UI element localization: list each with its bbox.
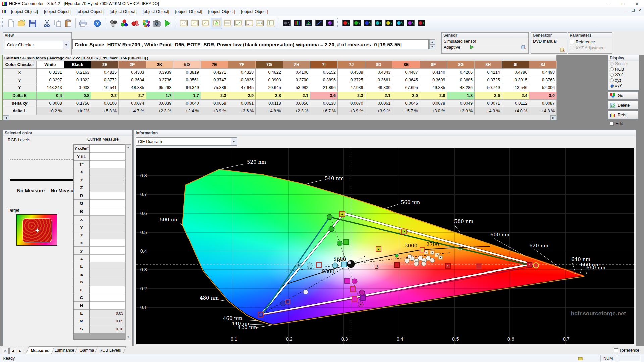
measure-row-value[interactable] bbox=[90, 145, 125, 153]
delta-l-cell[interactable]: +5.3 % bbox=[91, 107, 119, 115]
toolbar-grip[interactable] bbox=[105, 18, 107, 28]
luminance-value-cell[interactable]: 0.033 bbox=[64, 84, 91, 92]
chevron-down-icon[interactable]: ▼ bbox=[231, 138, 237, 145]
delta-xy-cell[interactable]: 0.0049 bbox=[447, 100, 475, 107]
color-column-header[interactable]: 8E bbox=[392, 61, 420, 69]
radio-xyy[interactable] bbox=[610, 84, 614, 88]
luminance-value-cell[interactable]: 13.546 bbox=[502, 84, 529, 92]
measure-row-value[interactable] bbox=[90, 176, 125, 184]
y-value-cell[interactable]: 0.3747 bbox=[201, 76, 228, 84]
y-value-cell[interactable]: 0.3736 bbox=[146, 76, 173, 84]
color-column-header[interactable]: 8I bbox=[502, 61, 529, 69]
x-value-cell[interactable]: 0.3819 bbox=[173, 69, 201, 76]
table-horizontal-scrollbar[interactable]: ◀ ▶ bbox=[3, 115, 557, 120]
measure-row-value[interactable] bbox=[90, 184, 125, 192]
x-value-cell[interactable]: 0.3131 bbox=[37, 69, 64, 76]
measure-row-value[interactable] bbox=[90, 239, 125, 247]
view-luminance-button[interactable] bbox=[244, 18, 254, 29]
cut-button[interactable] bbox=[42, 18, 52, 29]
current-measure-scrollbar[interactable]: ▲ ▼ bbox=[125, 144, 131, 340]
measure-row-value[interactable] bbox=[90, 200, 125, 207]
delta-l-cell[interactable]: +0.2 % bbox=[37, 107, 64, 115]
y-value-cell[interactable]: 0.3645 bbox=[392, 76, 420, 84]
color-column-header[interactable]: 2E bbox=[91, 61, 119, 69]
y-value-cell[interactable]: 0.3763 bbox=[529, 76, 557, 84]
color-column-header[interactable]: White bbox=[37, 61, 64, 69]
measure-cyan2-button[interactable] bbox=[394, 18, 405, 29]
y-value-cell[interactable]: 0.1822 bbox=[64, 76, 91, 84]
menu-item[interactable]: [object Object] bbox=[107, 8, 140, 15]
measure-row-value[interactable] bbox=[90, 192, 125, 200]
y-value-cell[interactable]: 0.3561 bbox=[173, 76, 201, 84]
x-value-cell[interactable]: 0.4303 bbox=[118, 69, 146, 76]
scope-blue-button[interactable] bbox=[314, 18, 324, 29]
delta-xy-cell[interactable]: 0.0058 bbox=[201, 100, 228, 107]
delta-xy-cell[interactable]: 0.0118 bbox=[256, 100, 283, 107]
colorchecker-measure-button[interactable] bbox=[141, 18, 151, 29]
luminance-value-cell[interactable]: 143.243 bbox=[37, 84, 64, 92]
color-column-header[interactable]: 5D bbox=[173, 61, 201, 69]
primaries-measure-button[interactable] bbox=[119, 18, 130, 29]
y-value-cell[interactable]: 0.3835 bbox=[228, 76, 256, 84]
delta-e-cell[interactable]: 1.7 bbox=[173, 92, 201, 100]
tab-measures[interactable]: Measures bbox=[25, 346, 55, 354]
luminance-value-cell[interactable]: 20.645 bbox=[256, 84, 283, 92]
open-button[interactable] bbox=[16, 18, 27, 29]
measure-row-value[interactable] bbox=[90, 216, 125, 223]
measure-cyan-button[interactable] bbox=[373, 18, 384, 29]
measure-blue-button[interactable] bbox=[362, 18, 373, 29]
scope-rgb-button[interactable] bbox=[292, 18, 303, 29]
spinner-up-icon[interactable]: ▲ bbox=[429, 39, 435, 44]
measure-row-value[interactable]: 0.05 bbox=[90, 317, 125, 325]
measure-row-value[interactable] bbox=[90, 294, 125, 302]
scope-spectrum-button[interactable] bbox=[324, 18, 335, 29]
color-column-header[interactable]: 8D bbox=[365, 61, 392, 69]
radio-rgb[interactable] bbox=[610, 67, 614, 71]
x-value-cell[interactable]: 0.5152 bbox=[310, 69, 338, 76]
view-nearwhite-button[interactable] bbox=[200, 18, 211, 29]
x-value-cell[interactable]: 0.3939 bbox=[146, 69, 173, 76]
delta-e-cell[interactable]: 2.2 bbox=[91, 92, 119, 100]
luminance-value-cell[interactable]: 47.939 bbox=[337, 84, 365, 92]
y-value-cell[interactable]: 0.3684 bbox=[118, 76, 146, 84]
delta-e-cell[interactable]: 2.3 bbox=[337, 92, 365, 100]
measure-row-value[interactable] bbox=[90, 278, 125, 286]
luminance-value-cell[interactable]: 52.006 bbox=[529, 84, 557, 92]
delta-l-cell[interactable]: +2.4 % bbox=[173, 107, 201, 115]
measure-row-value[interactable] bbox=[90, 153, 125, 160]
measure-row-value[interactable] bbox=[90, 255, 125, 262]
x-value-cell[interactable]: 0.2163 bbox=[64, 69, 91, 76]
scroll-left-icon[interactable]: ◀ bbox=[3, 115, 9, 120]
x-value-cell[interactable]: 0.4140 bbox=[420, 69, 447, 76]
delta-xy-cell[interactable]: 0.0091 bbox=[228, 100, 256, 107]
y-value-cell[interactable]: 0.3685 bbox=[447, 76, 475, 84]
delta-xy-cell[interactable]: 0.0046 bbox=[392, 100, 420, 107]
luminance-value-cell[interactable]: 21.896 bbox=[310, 84, 338, 92]
measure-row-value[interactable] bbox=[90, 231, 125, 239]
view-measures-sheet-button[interactable] bbox=[265, 18, 276, 29]
next-tab-icon[interactable]: ▶ bbox=[17, 348, 23, 354]
delta-l-cell[interactable]: +4.0 % bbox=[475, 107, 502, 115]
generator-config-icon[interactable] bbox=[560, 47, 565, 52]
luminance-value-cell[interactable]: 96.349 bbox=[173, 84, 201, 92]
measure-magenta-button[interactable] bbox=[405, 18, 416, 29]
spinner-down-icon[interactable]: ▼ bbox=[429, 44, 435, 49]
view-histogram-button[interactable] bbox=[254, 18, 265, 29]
color-column-header[interactable]: 7I bbox=[310, 61, 338, 69]
x-value-cell[interactable]: 0.4214 bbox=[475, 69, 502, 76]
y-value-cell[interactable]: 0.3772 bbox=[91, 76, 119, 84]
y-value-cell[interactable]: 0.3915 bbox=[502, 76, 529, 84]
delta-xy-cell[interactable]: 0.0138 bbox=[310, 100, 338, 107]
y-value-cell[interactable]: 0.3896 bbox=[310, 76, 338, 84]
chevron-down-icon[interactable]: ▼ bbox=[63, 41, 69, 49]
delta-l-cell[interactable]: +3.0 % bbox=[420, 107, 447, 115]
menu-item[interactable]: [object Object] bbox=[238, 8, 271, 15]
menu-item[interactable]: [object Object] bbox=[172, 8, 205, 15]
toolbar-grip[interactable] bbox=[278, 18, 280, 28]
new-button[interactable] bbox=[6, 18, 16, 29]
sensor-play-icon[interactable] bbox=[470, 45, 474, 49]
mdi-restore-icon[interactable]: ❐ bbox=[632, 8, 635, 13]
measure-row-value[interactable] bbox=[90, 161, 125, 168]
scope-free-measure-button[interactable] bbox=[281, 18, 292, 29]
measure-row-value[interactable]: 0.03 bbox=[90, 310, 125, 317]
